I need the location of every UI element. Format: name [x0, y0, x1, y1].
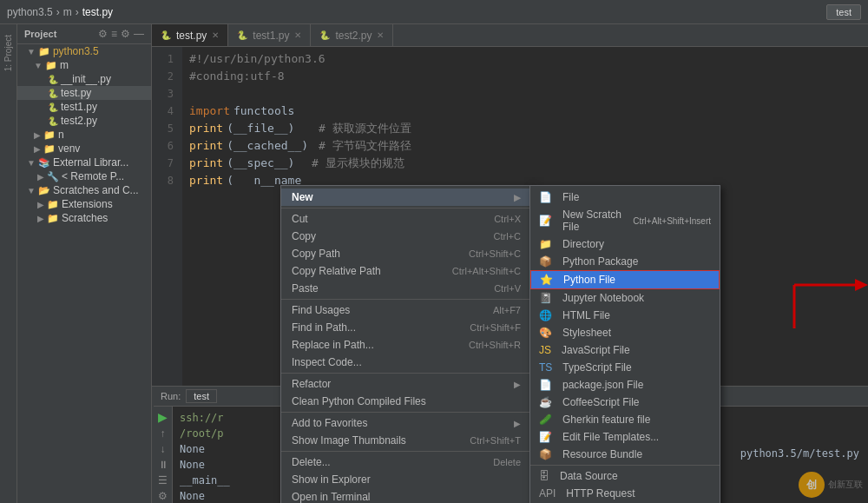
submenu-item-directory[interactable]: 📁 Directory [530, 235, 720, 253]
menu-item-copy[interactable]: Copy Ctrl+C [281, 228, 531, 245]
tree-item-scratches-root[interactable]: ▼ 📂 Scratches and C... [17, 183, 151, 197]
submenu-label-python-file: Python File [563, 274, 615, 286]
arrow-n: ▶ [34, 130, 41, 140]
menu-label-find-usages: Find Usages [292, 304, 350, 316]
shortcut-thumbnails: Ctrl+Shift+T [470, 435, 521, 446]
menu-label-clean: Clean Python Compiled Files [292, 395, 426, 407]
submenu-item-html[interactable]: 🌐 HTML File [530, 307, 720, 324]
editor-area: 🐍 test.py ✕ 🐍 test1.py ✕ 🐍 test2.py ✕ 12… [152, 24, 868, 503]
tree-item-remote[interactable]: ▶ 🔧 < Remote P... [17, 169, 151, 183]
tree-item-scratches[interactable]: ▶ 📁 Scratches [17, 211, 151, 225]
project-label: 1: Project [3, 35, 13, 71]
menu-item-delete[interactable]: Delete... Delete [281, 453, 531, 471]
submenu-item-edit-templates[interactable]: 📝 Edit File Templates... [530, 428, 720, 446]
run-button[interactable]: test [826, 4, 861, 20]
menu-item-replace-path[interactable]: Replace in Path... Ctrl+Shift+R [281, 336, 531, 354]
arrow-scratches: ▼ [27, 186, 36, 195]
menu-item-inspect[interactable]: Inspect Code... [281, 354, 531, 371]
menu-item-thumbnails[interactable]: Show Image Thumbnails Ctrl+Shift+T [281, 432, 531, 449]
sidebar-icon-close[interactable]: — [134, 28, 144, 40]
submenu-item-http[interactable]: API HTTP Request [530, 485, 720, 502]
tree-item-n[interactable]: ▶ 📁 n [17, 128, 151, 142]
submenu-label-scratch: New Scratch File [562, 208, 626, 233]
tree-label-init: __init__.py [61, 73, 111, 85]
menu-item-new[interactable]: New ▶ [281, 189, 531, 206]
tree-item-test2[interactable]: 🐍 test2.py [17, 114, 151, 128]
submenu-arrow-favorites: ▶ [514, 419, 521, 428]
menu-label-copy-rel: Copy Relative Path [292, 265, 381, 277]
submenu-label-html: HTML File [562, 309, 610, 321]
menu-label-delete: Delete... [292, 456, 331, 468]
icon-python-file: ⭐ [540, 274, 553, 286]
breadcrumb-file[interactable]: test.py [82, 6, 113, 18]
submenu-label-file: File [562, 191, 579, 203]
file-icon-test2: 🐍 [48, 116, 58, 126]
tree-item-init[interactable]: 🐍 __init__.py [17, 72, 151, 86]
breadcrumb-m[interactable]: m [63, 6, 72, 18]
submenu-item-js[interactable]: JS JavaScript File [530, 341, 720, 359]
submenu-label-directory: Directory [562, 238, 604, 250]
submenu-item-stylesheet[interactable]: 🎨 Stylesheet [530, 324, 720, 341]
menu-label-copy-path: Copy Path [292, 248, 340, 260]
menu-item-copy-rel[interactable]: Copy Relative Path Ctrl+Alt+Shift+C [281, 262, 531, 280]
icon-html: 🌐 [539, 309, 552, 321]
shortcut-delete: Delete [493, 457, 521, 467]
tree-item-venv[interactable]: ▶ 📁 venv [17, 142, 151, 156]
menu-item-copy-path[interactable]: Copy Path Ctrl+Shift+C [281, 245, 531, 262]
menu-label-cut: Cut [292, 213, 308, 225]
submenu-item-jupyter[interactable]: 📓 Jupyter Notebook [530, 289, 720, 307]
submenu-item-file[interactable]: 📄 File [530, 189, 720, 206]
submenu-item-scratch[interactable]: 📝 New Scratch File Ctrl+Alt+Shift+Insert [530, 206, 720, 235]
tree-label-venv: venv [58, 142, 80, 155]
arrow-venv: ▶ [34, 144, 41, 154]
menu-item-favorites[interactable]: Add to Favorites ▶ [281, 414, 531, 432]
icon-js: JS [539, 344, 551, 356]
folder-icon-venv: 📁 [43, 143, 56, 155]
menu-item-refactor[interactable]: Refactor ▶ [281, 375, 531, 393]
submenu-label-package-json: package.json File [562, 379, 643, 391]
breadcrumb-python[interactable]: python3.5 [7, 6, 53, 18]
tree-item-python35[interactable]: ▼ 📁 python3.5 [17, 44, 151, 58]
submenu-item-ts[interactable]: TS TypeScript File [530, 359, 720, 376]
tree-item-testpy[interactable]: 🐍 test.py [17, 86, 151, 100]
icon-file: 📄 [539, 191, 552, 203]
sidebar-icon-gear[interactable]: ⚙ [98, 28, 108, 40]
menu-label-open-terminal: Open in Terminal [292, 491, 371, 503]
tree-item-extensions[interactable]: ▶ 📁 Extensions [17, 197, 151, 211]
submenu-item-package-json[interactable]: 📄 package.json File [530, 376, 720, 394]
icon-stylesheet: 🎨 [539, 327, 552, 339]
menu-item-cut[interactable]: Cut Ctrl+X [281, 210, 531, 228]
arrow-remote: ▶ [37, 172, 44, 182]
breadcrumb: python3.5 › m › test.py [7, 6, 113, 18]
menu-item-open-terminal[interactable]: Open in Terminal [281, 488, 531, 503]
submenu-item-python-package[interactable]: 📦 Python Package [530, 253, 720, 270]
separator-4 [281, 412, 531, 413]
submenu-item-resource[interactable]: 📦 Resource Bundle [530, 446, 720, 463]
menu-item-show-explorer[interactable]: Show in Explorer [281, 471, 531, 488]
icon-resource: 📦 [539, 448, 552, 460]
menu-item-find-usages[interactable]: Find Usages Alt+F7 [281, 301, 531, 319]
menu-label-replace-path: Replace in Path... [292, 339, 374, 351]
sidebar-icon-eq[interactable]: ≡ [111, 28, 117, 40]
submenu-item-datasource[interactable]: 🗄 Data Source [530, 467, 720, 485]
submenu-item-coffee[interactable]: ☕ CoffeeScript File [530, 394, 720, 411]
submenu-item-gherkin[interactable]: 🥒 Gherkin feature file [530, 411, 720, 428]
submenu-label-coffee: CoffeeScript File [562, 396, 639, 408]
submenu-arrow-refactor: ▶ [514, 380, 521, 389]
submenu-label-edit-templates: Edit File Templates... [562, 431, 659, 443]
submenu-arrow-new: ▶ [514, 193, 521, 202]
arrow-scratches-sub: ▶ [37, 214, 44, 223]
menu-item-clean[interactable]: Clean Python Compiled Files [281, 393, 531, 410]
icon-coffee: ☕ [539, 396, 552, 408]
menu-item-paste[interactable]: Paste Ctrl+V [281, 280, 531, 297]
shortcut-copy: Ctrl+C [494, 231, 521, 242]
tree-item-m[interactable]: ▼ 📁 m [17, 58, 151, 72]
sidebar-icon-settings[interactable]: ⚙ [121, 28, 130, 40]
tree-item-external[interactable]: ▼ 📚 External Librar... [17, 156, 151, 169]
submenu-item-python-file[interactable]: ⭐ Python File [530, 270, 720, 289]
icon-python-package: 📦 [539, 255, 552, 268]
menu-item-find-path[interactable]: Find in Path... Ctrl+Shift+F [281, 319, 531, 336]
icon-http: API [539, 487, 556, 500]
tree-item-test1[interactable]: 🐍 test1.py [17, 100, 151, 114]
main-layout: 1: Project Project ⚙ ≡ ⚙ — ▼ 📁 python3.5 [0, 24, 868, 503]
